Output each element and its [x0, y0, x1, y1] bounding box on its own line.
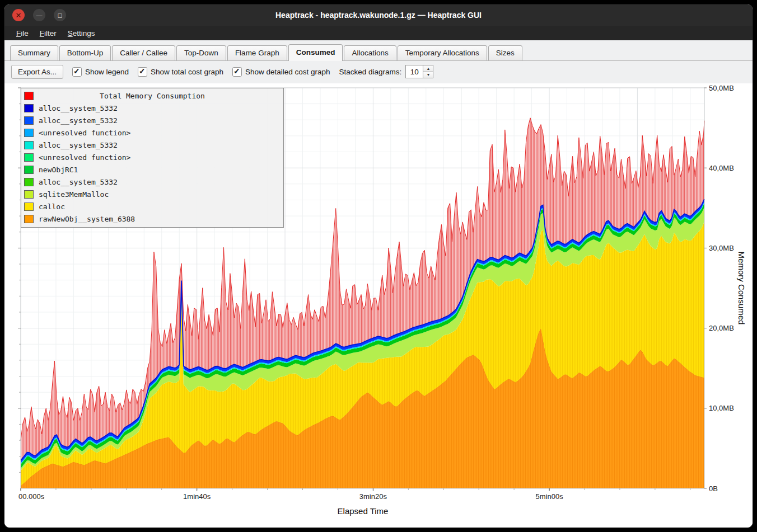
app-window: ✕ — ◻ Heaptrack - heaptrack.wakunode.1.g…	[4, 4, 753, 528]
legend-label: sqlite3MemMalloc	[39, 190, 109, 199]
chart-legend: Total Memory Consumption alloc__system_5…	[21, 88, 284, 228]
legend-row: alloc__system_5332	[21, 114, 283, 126]
legend-swatch	[24, 116, 34, 125]
tab-bottom-up[interactable]: Bottom-Up	[59, 45, 111, 60]
tab-bar: SummaryBottom-UpCaller / CalleeTop-DownF…	[4, 40, 753, 61]
show-legend-label: Show legend	[85, 68, 129, 76]
legend-swatch	[24, 129, 34, 137]
tab-summary[interactable]: Summary	[10, 45, 58, 60]
checkbox-show-total-cost-graph[interactable]: Show total cost graph	[138, 67, 223, 77]
legend-row: newObjRC1	[21, 163, 283, 176]
svg-text:10,0MB: 10,0MB	[709, 404, 734, 412]
legend-label: <unresolved function>	[39, 153, 130, 162]
window-buttons: ✕ — ◻	[12, 9, 66, 21]
legend-label: alloc__system_5332	[39, 116, 118, 125]
legend-swatch	[24, 153, 34, 162]
toolbar: Export As... Show legend Show total cost…	[4, 61, 753, 83]
tab-consumed[interactable]: Consumed	[288, 44, 343, 61]
chart-title: Total Memory Consumption	[100, 92, 205, 100]
svg-text:50,0MB: 50,0MB	[709, 84, 734, 92]
legend-swatch	[24, 203, 34, 211]
menu-item-filter[interactable]: Filter	[35, 27, 62, 39]
tab-top-down[interactable]: Top-Down	[176, 45, 226, 60]
legend-title-swatch	[24, 92, 34, 100]
legend-row: alloc__system_5332	[21, 139, 283, 151]
legend-label: rawNewObj__system_6388	[39, 215, 135, 223]
svg-text:1min40s: 1min40s	[183, 492, 211, 501]
legend-label: alloc__system_5332	[39, 104, 118, 112]
svg-text:20,0MB: 20,0MB	[709, 324, 734, 332]
legend-row: rawNewObj__system_6388	[21, 213, 283, 225]
legend-row: sqlite3MemMalloc	[21, 188, 283, 200]
svg-text:5min00s: 5min00s	[536, 492, 564, 501]
legend-label: <unresolved function>	[39, 129, 130, 137]
maximize-button[interactable]: ◻	[54, 9, 66, 21]
minimize-button[interactable]: —	[33, 9, 45, 21]
stacked-diagrams-spinbox: 10 ▲ ▼	[405, 65, 433, 78]
y-axis-title: Memory Consumed	[737, 243, 746, 333]
window-title: Heaptrack - heaptrack.wakunode.1.gz — He…	[4, 11, 753, 20]
chart-area: 0B10,0MB20,0MB30,0MB40,0MB50,0MB00.000s1…	[4, 83, 753, 528]
legend-swatch	[24, 104, 34, 112]
tab-allocations[interactable]: Allocations	[344, 45, 396, 60]
legend-row: <unresolved function>	[21, 151, 283, 163]
menubar: FileFilterSettings	[4, 26, 753, 40]
legend-swatch	[24, 141, 34, 149]
legend-swatch	[24, 190, 34, 199]
legend-swatch	[24, 166, 34, 174]
tab-caller-callee[interactable]: Caller / Callee	[112, 45, 175, 60]
show-legend-checkbox[interactable]	[72, 67, 82, 77]
legend-label: alloc__system_5332	[39, 141, 118, 149]
checkbox-show-legend[interactable]: Show legend	[72, 67, 129, 77]
show-total-cost-label: Show total cost graph	[151, 68, 223, 76]
show-detailed-cost-checkbox[interactable]	[232, 67, 242, 77]
svg-text:30,0MB: 30,0MB	[709, 244, 734, 252]
legend-row: <unresolved function>	[21, 126, 283, 139]
titlebar: ✕ — ◻ Heaptrack - heaptrack.wakunode.1.g…	[4, 4, 753, 26]
svg-text:3min20s: 3min20s	[359, 492, 387, 501]
legend-title-row: Total Memory Consumption	[21, 90, 283, 102]
export-as-button[interactable]: Export As...	[11, 65, 63, 79]
stacked-diagrams-control: Stacked diagrams: 10 ▲ ▼	[339, 65, 434, 78]
tab-sizes[interactable]: Sizes	[488, 45, 522, 60]
stacked-diagrams-value[interactable]: 10	[405, 65, 423, 78]
menu-item-file[interactable]: File	[11, 27, 34, 39]
menu-item-settings[interactable]: Settings	[63, 27, 100, 39]
svg-text:00.000s: 00.000s	[18, 492, 45, 501]
legend-label: alloc__system_5332	[39, 178, 118, 186]
legend-row: alloc__system_5332	[21, 102, 283, 114]
svg-text:40,0MB: 40,0MB	[709, 164, 734, 172]
tab-temporary-allocations[interactable]: Temporary Allocations	[398, 45, 487, 60]
spin-down-icon[interactable]: ▼	[423, 72, 433, 79]
x-axis-title: Elapsed Time	[4, 506, 721, 516]
stacked-diagrams-label: Stacked diagrams:	[339, 68, 402, 76]
svg-text:0B: 0B	[709, 484, 718, 493]
legend-label: calloc	[39, 203, 65, 211]
show-total-cost-checkbox[interactable]	[138, 67, 147, 77]
close-button[interactable]: ✕	[12, 9, 25, 21]
legend-swatch	[24, 178, 34, 186]
legend-swatch	[24, 215, 34, 223]
legend-label: newObjRC1	[39, 166, 78, 174]
legend-row: calloc	[21, 200, 283, 213]
tab-flame-graph[interactable]: Flame Graph	[227, 45, 287, 60]
checkbox-show-detailed-cost-graph[interactable]: Show detailed cost graph	[232, 67, 330, 77]
show-detailed-cost-label: Show detailed cost graph	[245, 68, 330, 76]
legend-row: alloc__system_5332	[21, 176, 283, 188]
